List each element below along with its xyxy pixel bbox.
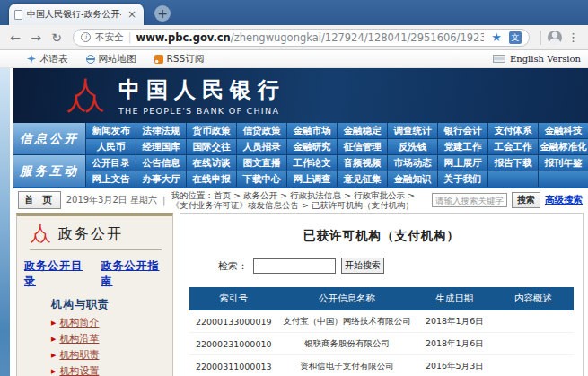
nav-item[interactable]: 反洗钱 <box>388 139 437 154</box>
site-topbar: 术语表 网站地图 RSS订阅 English Version <box>0 50 588 68</box>
col-header-name: 公开信息名称 <box>277 293 416 305</box>
globe-icon <box>86 55 95 64</box>
nav-item[interactable]: 关于我们 <box>438 171 487 187</box>
translate-icon[interactable]: 文 <box>509 31 522 44</box>
cell-index-no: 22000311000013 <box>189 362 277 372</box>
nav-item[interactable]: 党建工作 <box>438 139 487 154</box>
start-search-button[interactable]: 开始搜索 <box>341 258 384 274</box>
nav-item[interactable]: 在线访谈 <box>187 155 236 171</box>
cell-org-name[interactable]: 银联商务股份有限公司 <box>277 338 416 350</box>
nav-item[interactable]: 金融研究 <box>287 139 337 154</box>
nav-item[interactable]: 网上文告 <box>86 171 136 187</box>
url-bar[interactable]: i 不安全 | www.pbc.gov.cn/zhengwugongkai/12… <box>73 29 530 47</box>
nav-item[interactable]: 网上展厅 <box>438 155 487 171</box>
sitemap-link[interactable]: 网站地图 <box>86 53 136 66</box>
security-label: 不安全 <box>95 31 124 44</box>
nav-item[interactable]: 人员招录 <box>237 139 286 154</box>
nav-item[interactable]: 报刊年鉴 <box>539 155 588 171</box>
nav-item[interactable]: 公开目录 <box>86 155 136 171</box>
nav-item[interactable]: 金融市场 <box>287 123 337 138</box>
english-version-label: English Version <box>510 54 581 64</box>
cell-org-name[interactable]: 支付宝（中国）网络技术有限公司 <box>277 316 416 328</box>
nav-item[interactable]: 在线申报 <box>187 171 236 187</box>
nav-item[interactable]: 图文直播 <box>237 155 286 171</box>
site-search-button[interactable]: 搜索 <box>512 192 540 208</box>
sidebar: 政务公开 政务公开目录 政务公开指南 机构与职责 ▶机构简介 ▶机构沿革 ▶机构… <box>16 213 173 376</box>
nav-item[interactable]: 音频视频 <box>338 155 387 171</box>
back-icon[interactable]: ← <box>6 31 24 45</box>
sidebar-item[interactable]: ▶机构职责 <box>51 347 172 363</box>
nav-item[interactable]: 经理国库 <box>136 139 186 154</box>
flag-icon <box>493 55 505 63</box>
nav-item[interactable]: 网上调查 <box>287 171 337 187</box>
sidebar-item[interactable]: ▶机构设置 <box>51 363 172 376</box>
nav-item[interactable]: 公告信息 <box>136 155 186 171</box>
rss-link[interactable]: RSS订阅 <box>154 53 205 66</box>
nav-item[interactable]: 办事大厅 <box>136 171 186 187</box>
breadcrumb[interactable]: 我的位置：首页 > 政务公开 > 行政执法信息 > 行政审批公示 > 《支付业务… <box>171 190 418 210</box>
sidebar-link-catalog[interactable]: 政务公开目录 <box>24 258 92 289</box>
reload-icon[interactable]: ↻ <box>48 31 66 45</box>
profile-avatar-icon[interactable] <box>548 31 562 45</box>
info-icon[interactable]: i <box>81 32 91 42</box>
nav-item[interactable]: 支付体系 <box>488 123 538 138</box>
url-text[interactable]: www.pbc.gov.cn/zhengwugongkai/127924/128… <box>136 31 485 44</box>
compass-icon <box>27 55 36 64</box>
sidebar-link-guide[interactable]: 政务公开指南 <box>101 258 170 289</box>
nav-item[interactable]: 调查统计 <box>388 123 437 138</box>
nav-item[interactable]: 金融知识 <box>388 171 437 187</box>
cell-date: 2018年1月6日 <box>417 338 494 350</box>
results-table: 索引号 公开信息名称 生成日期 内容概述 22000133000019 支付宝（… <box>189 287 574 376</box>
browser-tab[interactable]: 中国人民银行-政务公开-行政执 × <box>9 4 144 25</box>
sidebar-group-heading: 机构与职责 <box>51 297 172 312</box>
nav-item[interactable]: 工会工作 <box>488 139 538 154</box>
cell-org-name[interactable]: 资和信电子支付有限公司 <box>277 361 416 372</box>
english-version-link[interactable]: English Version <box>493 54 581 64</box>
bookmark-star-icon[interactable]: ★ <box>488 31 505 44</box>
chrome-menu-icon[interactable]: ⋮ <box>565 31 582 44</box>
nav-item[interactable]: 新闻发布 <box>86 123 136 138</box>
nav-item-empty <box>488 171 538 187</box>
nav-item[interactable]: 报告下载 <box>488 155 538 171</box>
site-search-input[interactable] <box>432 193 507 207</box>
glossary-link[interactable]: 术语表 <box>27 53 68 66</box>
forward-icon[interactable]: → <box>27 31 45 45</box>
advanced-search-link[interactable]: 高级搜索 <box>545 194 583 206</box>
sidebar-title: 政务公开 <box>58 225 123 244</box>
nav-item[interactable]: 金融科技 <box>539 123 588 138</box>
sidebar-item[interactable]: ▶机构沿革 <box>51 331 172 347</box>
nav-item[interactable]: 信贷政策 <box>237 123 286 138</box>
tab-title: 中国人民银行-政务公开-行政执 <box>27 8 121 21</box>
browser-toolbar: ← → ↻ i 不安全 | www.pbc.gov.cn/zhengwugong… <box>0 25 588 50</box>
nav-item[interactable]: 金融标准化 <box>539 139 588 154</box>
pbc-logo-small-icon <box>30 223 51 245</box>
nav-item[interactable]: 银行会计 <box>438 123 487 138</box>
new-tab-button[interactable]: + <box>154 5 171 22</box>
list-search-label: 检索： <box>218 259 248 273</box>
sidebar-item[interactable]: ▶机构简介 <box>51 315 172 331</box>
nav-item-empty <box>539 171 588 187</box>
current-date: 2019年3月2日 星期六 <box>66 194 157 206</box>
nav-item[interactable]: 征信管理 <box>338 139 387 154</box>
nav-section-info-disclosure[interactable]: 信息公开 <box>13 123 85 154</box>
bullet-arrow-icon: ▶ <box>51 331 56 347</box>
nav-item[interactable]: 下载中心 <box>237 171 286 187</box>
cell-date: 2016年5月3日 <box>417 361 494 372</box>
bullet-arrow-icon: ▶ <box>51 363 56 376</box>
list-search-row: 检索： 开始搜索 <box>218 257 583 275</box>
content-area: 政务公开 政务公开目录 政务公开指南 机构与职责 ▶机构简介 ▶机构沿革 ▶机构… <box>13 212 588 376</box>
nav-item[interactable]: 人民币 <box>86 139 136 154</box>
table-header-row: 索引号 公开信息名称 生成日期 内容概述 <box>189 287 574 310</box>
nav-section-services[interactable]: 服务互动 <box>13 155 85 187</box>
nav-item[interactable]: 意见征集 <box>338 171 387 187</box>
nav-item[interactable]: 金融稳定 <box>338 123 387 138</box>
nav-item[interactable]: 货币政策 <box>187 123 236 138</box>
list-search-input[interactable] <box>253 258 336 274</box>
home-button[interactable]: 首 页 <box>18 191 61 209</box>
nav-item[interactable]: 法律法规 <box>136 123 186 138</box>
bullet-arrow-icon: ▶ <box>51 347 56 363</box>
nav-item[interactable]: 市场动态 <box>388 155 437 171</box>
nav-item[interactable]: 工作论文 <box>287 155 337 171</box>
nav-item[interactable]: 国际交往 <box>187 139 236 154</box>
close-tab-icon[interactable]: × <box>126 9 138 20</box>
